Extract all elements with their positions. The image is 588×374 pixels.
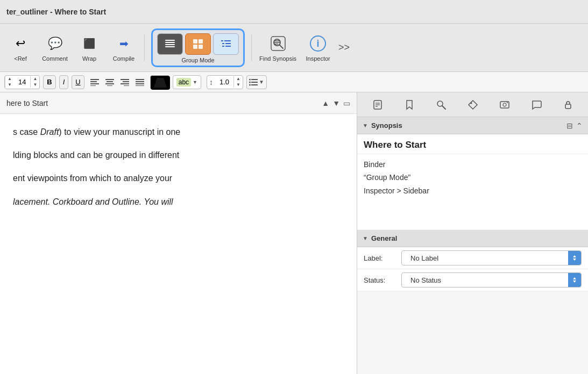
comment-icon: 💬 — [45, 34, 65, 53]
toolbar-more-button[interactable]: >> — [336, 40, 352, 55]
svg-point-45 — [249, 84, 251, 85]
svg-rect-1 — [165, 42, 175, 43]
underline-button[interactable]: U — [72, 75, 84, 89]
line-spacing-stepper[interactable]: ↕ 1.0 ▲ ▼ — [207, 75, 243, 89]
svg-rect-9 — [224, 40, 231, 41]
list-dropdown-arrow[interactable]: ▼ — [259, 79, 264, 85]
italic-button[interactable]: I — [59, 75, 69, 89]
toolbar-item-find-synopsis[interactable]: Find Synopsis — [256, 29, 300, 67]
status-field-row: Status: No Status — [357, 269, 588, 291]
editor-header-controls: ▲ ▼ ▭ — [322, 99, 350, 107]
highlight-color-button[interactable]: abc ▼ — [173, 75, 201, 89]
svg-rect-8 — [221, 40, 223, 41]
synopsis-section-header: ▼ Synopsis ⊟ ⌃ — [357, 117, 588, 134]
highlight-dropdown-arrow[interactable]: ▼ — [193, 80, 197, 85]
font-size-inc[interactable]: ▲ — [31, 76, 39, 82]
highlight-label: abc — [176, 78, 191, 87]
separator-2 — [251, 34, 252, 61]
line-spacing-icon: ↕ — [207, 78, 215, 87]
group-mode-section: Group Mode — [151, 28, 245, 67]
list-button[interactable]: ▼ — [246, 75, 267, 89]
tab-tag[interactable] — [463, 97, 483, 113]
synopsis-line-2: “Group Mode” — [364, 171, 582, 183]
status-select-arrow[interactable] — [568, 273, 581, 287]
tab-notes[interactable] — [368, 97, 387, 113]
general-section-title: General — [371, 234, 583, 242]
font-size-dec[interactable]: ▼ — [31, 82, 39, 88]
svg-line-51 — [442, 106, 445, 109]
align-justify-button[interactable] — [133, 75, 147, 89]
align-left-button[interactable] — [88, 75, 102, 89]
line-spacing-value[interactable]: 1.0 — [215, 78, 233, 86]
toolbar-item-compile[interactable]: ➡ Compile — [108, 29, 140, 67]
split-button[interactable]: ▭ — [343, 99, 350, 107]
svg-rect-7 — [199, 45, 203, 49]
synopsis-content[interactable]: Binder “Group Mode” Inspector > Sidebar — [357, 154, 588, 229]
editor-header: here to Start ▲ ▼ ▭ — [0, 92, 357, 114]
synopsis-section-title: Synopsis — [371, 121, 563, 130]
compile-icon: ➡ — [114, 34, 133, 53]
tab-bookmark[interactable] — [400, 97, 419, 113]
wrap-icon: ⬛ — [80, 34, 99, 53]
svg-rect-5 — [199, 39, 203, 44]
svg-rect-2 — [165, 44, 175, 45]
font-size-up-down[interactable]: ▲ ▼ — [5, 76, 14, 88]
font-size-stepper[interactable]: ▲ ▼ 14 ▲ ▼ — [4, 75, 40, 89]
svg-point-43 — [249, 78, 251, 80]
tab-photo[interactable] — [495, 97, 514, 113]
group-mode-scrivenings-button[interactable] — [157, 33, 183, 55]
toolbar-item-wrap[interactable]: ⬛ Wrap — [73, 29, 105, 67]
tab-lock[interactable] — [558, 97, 578, 113]
general-collapse-triangle[interactable]: ▼ — [363, 235, 368, 241]
font-size-value[interactable]: 14 — [14, 78, 30, 86]
navigate-down-button[interactable]: ▼ — [332, 99, 340, 107]
synopsis-title: Where to Start — [357, 134, 588, 154]
inspector-tabs — [357, 92, 588, 117]
svg-rect-12 — [222, 46, 224, 47]
align-right-button[interactable] — [118, 75, 132, 89]
bold-button[interactable]: B — [43, 75, 55, 89]
title-bar: ter_outliner - Where to Start — [0, 0, 588, 24]
wrap-label: Wrap — [82, 55, 96, 62]
svg-rect-4 — [193, 39, 197, 44]
editor-content[interactable]: s case Draft) to view your manuscript in… — [0, 114, 357, 374]
main-area: here to Start ▲ ▼ ▭ s case Draft) to vie… — [0, 92, 588, 374]
editor-title: here to Start — [6, 99, 48, 107]
group-mode-outline-button[interactable] — [213, 33, 239, 55]
svg-rect-56 — [565, 104, 571, 109]
separator-1 — [144, 34, 145, 61]
svg-rect-3 — [165, 46, 175, 47]
xref-icon: ↩ — [11, 34, 30, 53]
text-color-button[interactable] — [150, 75, 169, 89]
format-bar: ▲ ▼ 14 ▲ ▼ B I U abc — [0, 72, 588, 92]
navigate-up-button[interactable]: ▲ — [322, 99, 329, 107]
align-center-button[interactable] — [103, 75, 117, 89]
group-mode-buttons — [157, 33, 239, 55]
status-select[interactable]: No Status — [401, 272, 582, 287]
font-size-up-arrow[interactable]: ▲ — [5, 76, 14, 82]
general-section-header: ▼ General — [357, 230, 588, 247]
label-select-arrow[interactable] — [568, 251, 581, 265]
label-select[interactable]: No Label — [401, 250, 582, 265]
synopsis-arrow-ctrl[interactable]: ⌃ — [576, 121, 583, 130]
inspector-icon: i — [308, 34, 328, 53]
label-select-value: No Label — [406, 254, 568, 262]
tab-key[interactable] — [431, 97, 451, 113]
group-mode-corkboard-button[interactable] — [185, 33, 211, 55]
synopsis-view-toggle[interactable]: ⊟ — [566, 121, 573, 130]
synopsis-collapse-triangle[interactable]: ▼ — [363, 123, 368, 128]
toolbar-item-xref[interactable]: ↩ <Ref — [4, 29, 37, 67]
line-spacing-arrows[interactable]: ▲ ▼ — [233, 76, 243, 88]
svg-rect-0 — [165, 40, 175, 41]
toolbar-item-comment[interactable]: 💬 Comment — [39, 29, 71, 67]
editor-panel: here to Start ▲ ▼ ▭ s case Draft) to vie… — [0, 92, 357, 374]
toolbar-item-inspector[interactable]: i Inspector — [302, 29, 334, 67]
line-spacing-up[interactable]: ▲ — [234, 76, 243, 82]
editor-paragraph-3: ent viewpoints from which to analyze you… — [13, 171, 344, 185]
svg-rect-10 — [222, 43, 224, 44]
font-size-right-arrows[interactable]: ▲ ▼ — [30, 76, 39, 88]
line-spacing-down[interactable]: ▼ — [234, 82, 243, 88]
alignment-buttons — [88, 75, 147, 89]
font-size-down-arrow[interactable]: ▼ — [5, 82, 14, 88]
tab-comment[interactable] — [527, 97, 546, 113]
